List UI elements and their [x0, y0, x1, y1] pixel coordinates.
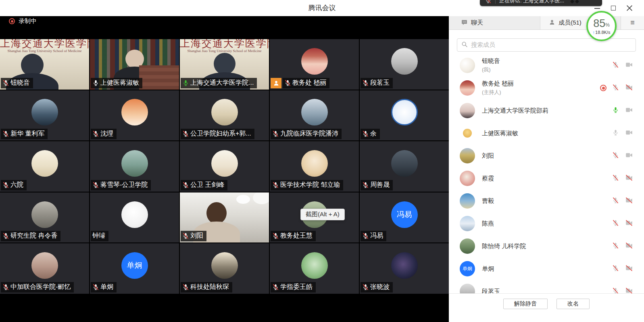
tile-name-row: 医学技术学院 邹立瑜	[271, 180, 343, 190]
avatar-name-text: 单炯	[463, 266, 472, 272]
video-tile[interactable]: 教务处 嵇丽	[270, 39, 359, 90]
mic-speaking-icon[interactable]	[612, 107, 619, 115]
member-row[interactable]: 钮晓音(我)	[449, 54, 644, 77]
tile-name-row: 六院	[1, 180, 27, 190]
mic-muted-icon[interactable]	[612, 242, 619, 251]
divider	[495, 0, 496, 4]
camera-off-icon[interactable]	[625, 220, 634, 228]
camera-off-icon[interactable]	[625, 84, 634, 92]
camera-on-icon[interactable]	[625, 61, 634, 70]
video-tile[interactable]: 蒋雪琴-公卫学院	[90, 141, 179, 192]
camera-off-icon[interactable]	[625, 242, 634, 251]
participant-name-tag: 上海交通大学医学院...	[181, 78, 257, 88]
avatar-name-text: 冯易	[397, 209, 412, 220]
participant-avatar	[211, 252, 238, 279]
video-tile[interactable]: 单炯单炯	[90, 243, 179, 294]
participant-name: 钟璿	[92, 232, 105, 240]
video-tile[interactable]: 学指委王皓	[270, 243, 359, 294]
member-row[interactable]: 陈怡绮 儿科学院	[449, 235, 644, 257]
camera-off-icon[interactable]	[625, 287, 634, 294]
video-tile[interactable]: 公卫 王剑峰	[180, 141, 269, 192]
member-row[interactable]: 曹毅	[449, 190, 644, 212]
mic-muted-icon	[2, 79, 9, 86]
video-tile[interactable]: 医学技术学院 邹立瑜	[270, 141, 359, 192]
video-tile[interactable]: 六院	[0, 141, 89, 192]
mic-muted-icon[interactable]	[612, 174, 619, 183]
video-tile[interactable]: 周善晟	[360, 141, 449, 192]
search-input[interactable]: 搜索成员	[457, 38, 636, 52]
speaking-notification[interactable]: 正在讲话: 上海交通大学医... ◆◆	[480, 0, 602, 6]
video-tile[interactable]: 余	[360, 90, 449, 141]
record-dot-icon	[600, 85, 606, 91]
video-tile[interactable]: 科技处陆秋琛	[180, 243, 269, 294]
member-avatar	[460, 58, 475, 73]
mic-muted-icon[interactable]	[612, 220, 619, 228]
video-tile[interactable]: 上海交通大学医学院Shanghai Jiao Tong University S…	[180, 39, 269, 90]
mic-muted-icon	[272, 284, 279, 291]
video-tile[interactable]: 上健医蒋淑敏	[90, 39, 179, 90]
member-list[interactable]: 钮晓音(我)教务处 嵇丽(主持人)上海交通大学医学院邵莉上健医蒋淑敏刘阳蔡霞曹毅…	[449, 54, 644, 293]
video-tile[interactable]: 中加联合医学院-郦忆	[0, 243, 89, 294]
camera-on-icon[interactable]	[625, 129, 634, 138]
video-tile[interactable]: 新华 董利军	[0, 90, 89, 141]
mic-muted-icon[interactable]	[612, 265, 619, 273]
member-avatar	[460, 238, 475, 254]
tab-members[interactable]: 成员(51)	[540, 16, 590, 29]
mic-muted-icon[interactable]	[612, 197, 619, 205]
panel-footer: 解除静音 改名	[449, 293, 644, 322]
video-tile[interactable]: 研究生院 冉令香	[0, 192, 89, 243]
panel-menu-button[interactable]: ≡	[621, 16, 644, 29]
backdrop-text-en: Shanghai Jiao Tong University School of …	[0, 49, 89, 53]
video-tile[interactable]: 九院临床医学院潘沛	[270, 90, 359, 141]
participant-name: 单炯	[100, 283, 113, 291]
member-row[interactable]: 刘阳	[449, 144, 644, 167]
rename-button[interactable]: 改名	[556, 299, 590, 309]
video-tile[interactable]: 沈理	[90, 90, 179, 141]
video-tile[interactable]: 段茗玉	[360, 39, 449, 90]
camera-on-icon[interactable]	[625, 107, 634, 115]
camera-off-icon[interactable]	[625, 174, 634, 183]
tab-chat[interactable]: 聊天	[449, 16, 540, 29]
participant-name-tag: 蒋雪琴-公卫学院	[91, 180, 151, 190]
video-tile[interactable]: 公卫学院妇幼系+郭...	[180, 90, 269, 141]
camera-on-icon[interactable]	[625, 152, 634, 160]
tile-name-row: 周善晟	[361, 180, 393, 190]
video-tile[interactable]: 上海交通大学医学院Shanghai Jiao Tong University S…	[0, 39, 89, 90]
video-tile[interactable]: 钟璿	[90, 192, 179, 243]
mic-muted-icon[interactable]	[612, 84, 619, 92]
mic-muted-icon[interactable]	[612, 152, 619, 160]
mic-muted-icon	[2, 232, 9, 239]
video-tile[interactable]: 张晓波	[360, 243, 449, 294]
tile-name-row: 新华 董利军	[1, 129, 48, 139]
camera-off-icon[interactable]	[625, 265, 634, 273]
maximize-icon[interactable]	[610, 5, 617, 11]
participant-name: 中加联合医学院-郦忆	[10, 283, 71, 291]
menu-icon: ≡	[630, 19, 635, 27]
member-row[interactable]: 蔡霞	[449, 167, 644, 190]
close-icon[interactable]	[626, 5, 633, 11]
member-avatar: 单炯	[460, 261, 475, 276]
participant-avatar	[121, 150, 148, 177]
camera-off-icon[interactable]	[625, 197, 634, 205]
participant-name-tag: 科技处陆秋琛	[181, 282, 232, 293]
member-row[interactable]: 段茗玉	[449, 280, 644, 293]
search-placeholder: 搜索成员	[471, 41, 495, 49]
member-row[interactable]: 单炯单炯	[449, 257, 644, 280]
unmute-button[interactable]: 解除静音	[503, 299, 548, 309]
network-status-badge[interactable]: 85 % ↑ 18.8K/s	[586, 11, 617, 41]
member-row[interactable]: 陈燕	[449, 212, 644, 235]
mic-muted-icon[interactable]	[612, 287, 619, 294]
mic-on-icon[interactable]	[612, 129, 619, 138]
network-percent-unit: %	[605, 23, 610, 27]
mic-muted-icon	[362, 232, 369, 239]
participant-name: 公卫 王剑峰	[190, 181, 224, 189]
video-tile[interactable]: 冯易冯易	[360, 192, 449, 243]
member-row[interactable]: 上健医蒋淑敏	[449, 122, 644, 144]
mic-speaking-icon	[182, 79, 189, 86]
member-row[interactable]: 上海交通大学医学院邵莉	[449, 99, 644, 122]
member-row[interactable]: 教务处 嵇丽(主持人)	[449, 77, 644, 99]
video-tile[interactable]: 教务处王慧截图(Alt + A)	[270, 192, 359, 243]
video-tile[interactable]: 刘阳	[180, 192, 269, 243]
tile-name-row: 张晓波	[361, 282, 393, 293]
mic-muted-icon[interactable]	[612, 61, 619, 70]
